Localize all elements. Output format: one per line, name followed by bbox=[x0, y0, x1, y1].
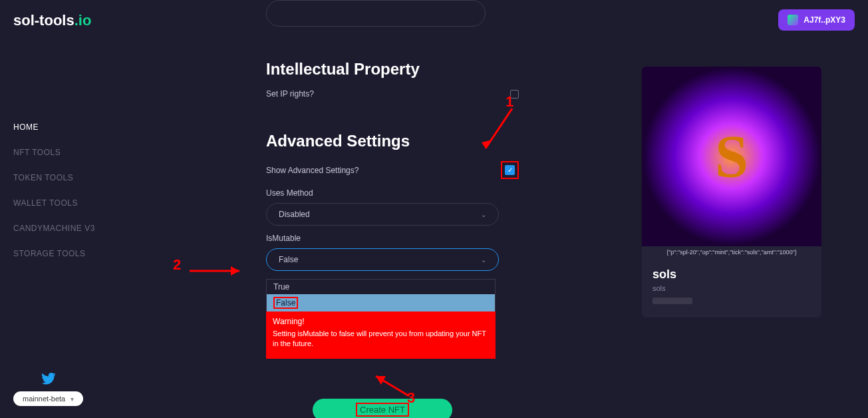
nav-candymachine[interactable]: CANDYMACHINE V3 bbox=[13, 224, 120, 233]
ip-rights-row: Set IP rights? bbox=[266, 89, 519, 99]
nft-preview-placeholder-bar bbox=[652, 298, 692, 304]
sidebar-bottom: mainnet-beta ▾ bbox=[13, 373, 83, 406]
annotation-box-1: ✓ bbox=[501, 161, 519, 179]
chevron-down-icon: ⌄ bbox=[481, 256, 486, 264]
ismutable-value: False bbox=[279, 255, 298, 264]
nav-wallet-tools[interactable]: WALLET TOOLS bbox=[13, 198, 120, 208]
nft-artwork-letter: S bbox=[715, 122, 748, 191]
uses-method-select[interactable]: Disabled ⌄ bbox=[266, 203, 499, 226]
nav-menu: HOME NFT TOOLS TOKEN TOOLS WALLET TOOLS … bbox=[13, 122, 120, 258]
nft-preview-subtitle: sols bbox=[652, 284, 811, 292]
wallet-button[interactable]: AJ7f..pXY3 bbox=[778, 9, 855, 31]
uses-method-value: Disabled bbox=[279, 210, 310, 219]
annotation-box-3: Create NFT bbox=[356, 403, 409, 417]
dropdown-option-false[interactable]: False bbox=[267, 294, 495, 312]
uses-method-label: Uses Method bbox=[266, 188, 519, 198]
advanced-section-title: Advanced Settings bbox=[266, 132, 519, 150]
nft-preview-meta: {"p":"spl-20","op":"mint","tick":"sols",… bbox=[642, 246, 821, 258]
nav-storage-tools[interactable]: STORAGE TOOLS bbox=[13, 249, 120, 258]
nav-home[interactable]: HOME bbox=[13, 122, 120, 132]
brand-logo[interactable]: sol-tools.io bbox=[13, 12, 120, 29]
nft-preview-footer: sols sols bbox=[642, 258, 821, 317]
brand-suffix: .io bbox=[74, 12, 92, 29]
nft-preview-card: S {"p":"spl-20","op":"mint","tick":"sols… bbox=[642, 67, 821, 317]
top-input-field[interactable] bbox=[266, 0, 486, 27]
form-content: Intellectual Property Set IP rights? Adv… bbox=[266, 60, 519, 418]
dropdown-option-true[interactable]: True bbox=[267, 280, 495, 294]
brand-name: sol-tools bbox=[13, 12, 74, 29]
nft-preview-image: S bbox=[642, 67, 821, 246]
warning-text: Setting isMutable to false will prevent … bbox=[273, 329, 489, 349]
annotation-box-2: False bbox=[273, 297, 298, 309]
ismutable-warning: Warning! Setting isMutable to false will… bbox=[266, 312, 496, 359]
show-advanced-checkbox[interactable]: ✓ bbox=[505, 165, 515, 175]
wallet-icon bbox=[788, 15, 798, 25]
wallet-address: AJ7f..pXY3 bbox=[803, 15, 845, 25]
nav-token-tools[interactable]: TOKEN TOOLS bbox=[13, 173, 120, 182]
ismutable-label: IsMutable bbox=[266, 234, 519, 243]
show-advanced-row: Show Advanced Settings? ✓ bbox=[266, 161, 519, 179]
network-label: mainnet-beta bbox=[23, 395, 65, 403]
ip-rights-checkbox[interactable] bbox=[510, 90, 519, 99]
network-select[interactable]: mainnet-beta ▾ bbox=[13, 391, 83, 406]
chevron-down-icon: ▾ bbox=[71, 395, 74, 403]
show-advanced-label: Show Advanced Settings? bbox=[266, 166, 359, 175]
twitter-icon[interactable] bbox=[41, 373, 56, 385]
sidebar: sol-tools.io HOME NFT TOOLS TOKEN TOOLS … bbox=[0, 0, 133, 418]
ismutable-dropdown: True False bbox=[266, 279, 496, 312]
chevron-down-icon: ⌄ bbox=[481, 211, 486, 218]
ip-section-title: Intellectual Property bbox=[266, 60, 519, 79]
create-nft-button[interactable]: Create NFT bbox=[313, 399, 452, 418]
warning-title: Warning! bbox=[273, 317, 489, 326]
ismutable-select[interactable]: False ⌄ bbox=[266, 248, 499, 271]
nav-nft-tools[interactable]: NFT TOOLS bbox=[13, 148, 120, 157]
ip-rights-label: Set IP rights? bbox=[266, 89, 314, 99]
main-content: Intellectual Property Set IP rights? Adv… bbox=[133, 0, 868, 418]
nft-preview-title: sols bbox=[652, 268, 811, 282]
